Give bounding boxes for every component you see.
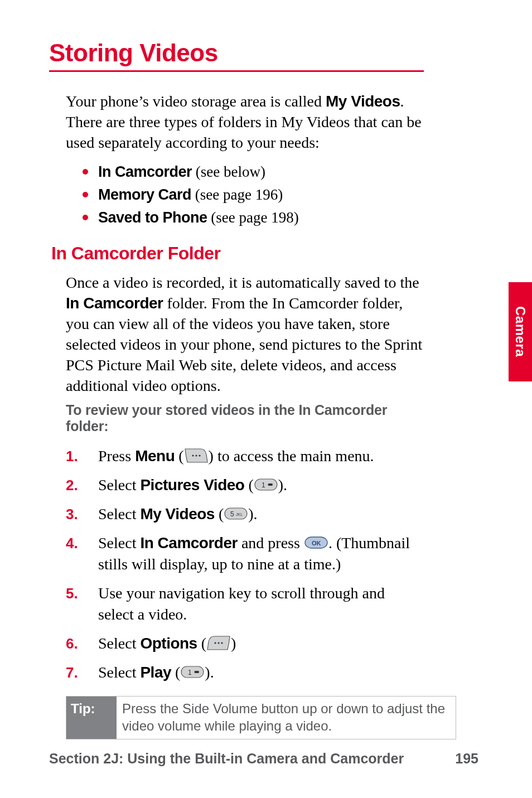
step-pre: Select	[98, 664, 140, 681]
svg-point-1	[195, 454, 197, 456]
intro-paragraph: Your phone’s video storage area is calle…	[66, 91, 424, 153]
step-pre: Press	[98, 447, 135, 465]
procedure-lead: To review your stored videos in the In C…	[66, 402, 424, 434]
step-pre: Select	[98, 635, 140, 652]
folder-bold: Memory Card	[98, 186, 191, 203]
svg-point-10	[214, 642, 216, 644]
step-mid: (	[244, 476, 253, 494]
svg-text:OK: OK	[312, 540, 321, 546]
folder-list: In Camcorder (see below) Memory Card (se…	[66, 161, 424, 229]
step-post: ).	[248, 505, 257, 523]
folder-item: In Camcorder (see below)	[66, 161, 424, 183]
svg-rect-13	[181, 666, 204, 678]
step-post: ).	[278, 476, 287, 494]
key-ok-icon: OK	[304, 535, 328, 550]
folder-item: Saved to Phone (see page 198)	[66, 207, 424, 229]
step: Select Pictures Video (1).	[66, 475, 424, 496]
softkey-left-icon	[206, 635, 231, 651]
intro-bold: My Videos	[326, 93, 400, 110]
page-footer: Section 2J: Using the Built-in Camera an…	[49, 751, 478, 767]
steps-list: Press Menu () to access the main menu. S…	[66, 446, 424, 684]
folder-item: Memory Card (see page 196)	[66, 184, 424, 206]
step-mid: (	[175, 447, 183, 465]
key-1-icon: 1	[254, 477, 278, 492]
step-bold: Play	[140, 664, 171, 681]
svg-point-12	[221, 642, 223, 644]
footer-section: Section 2J: Using the Built-in Camera an…	[49, 751, 404, 767]
step: Use your navigation key to scroll throug…	[66, 583, 424, 625]
step-pre: Select	[98, 476, 140, 494]
folder-rest: (see page 196)	[191, 186, 283, 203]
step-mid: (	[215, 505, 224, 523]
step-post: )	[231, 635, 236, 652]
svg-text:JKL: JKL	[236, 512, 243, 516]
para-pre: Once a video is recorded, it is automati…	[66, 274, 419, 291]
step: Select Play (1).	[66, 662, 424, 683]
tip-label: Tip:	[66, 697, 117, 739]
page-title: Storing Videos	[49, 39, 424, 67]
tip-box: Tip: Press the Side Volume button up or …	[66, 696, 456, 739]
intro-pre: Your phone’s video storage area is calle…	[66, 93, 326, 110]
step-bold: In Camcorder	[140, 534, 238, 552]
softkey-right-icon	[184, 448, 209, 463]
subheading: In Camcorder Folder	[51, 243, 424, 264]
step-bold: Options	[140, 635, 197, 652]
key-1-icon: 1	[180, 664, 205, 680]
folder-rest: (see below)	[192, 163, 265, 180]
step-bold: Menu	[135, 447, 175, 465]
step: Select In Camcorder and press OK. (Thumb…	[66, 533, 424, 575]
body-paragraph: Once a video is recorded, it is automati…	[66, 273, 424, 396]
title-rule	[49, 70, 424, 72]
folder-rest: (see page 198)	[207, 209, 299, 226]
step-pre: Select	[98, 534, 140, 552]
svg-text:5: 5	[230, 510, 234, 518]
svg-point-2	[199, 454, 200, 456]
tip-body: Press the Side Volume button up or down …	[117, 697, 456, 739]
footer-page: 195	[455, 751, 478, 767]
svg-text:1: 1	[262, 481, 265, 489]
step-mid: (	[171, 664, 180, 681]
folder-bold: Saved to Phone	[98, 209, 207, 226]
step: Select Options ()	[66, 633, 424, 654]
step: Press Menu () to access the main menu.	[66, 446, 424, 467]
step-mid: (	[197, 635, 206, 652]
svg-text:1: 1	[188, 669, 192, 676]
key-5-icon: 5JKL	[224, 506, 248, 521]
svg-point-11	[217, 642, 219, 644]
folder-bold: In Camcorder	[98, 163, 192, 180]
step-post: ).	[205, 664, 214, 681]
step-text: Use your navigation key to scroll throug…	[98, 584, 385, 623]
step-post: ) to access the main menu.	[209, 447, 374, 465]
step-bold: Pictures Video	[140, 476, 244, 494]
svg-rect-3	[255, 479, 277, 490]
step-mid: and press	[238, 534, 304, 552]
para-bold: In Camcorder	[66, 294, 163, 312]
thumb-tab-camera: Camera	[509, 282, 532, 381]
step-bold: My Videos	[140, 505, 214, 523]
svg-point-0	[192, 454, 194, 456]
step: Select My Videos (5JKL).	[66, 504, 424, 525]
step-pre: Select	[98, 505, 140, 523]
